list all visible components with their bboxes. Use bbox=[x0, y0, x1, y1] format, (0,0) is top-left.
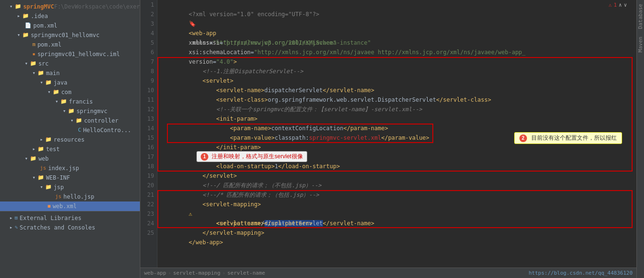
sidebar-item-external-libs[interactable]: ▸ ⊞ External Libraries bbox=[0, 213, 140, 223]
sidebar-item-web[interactable]: ▾ 📁 web bbox=[0, 154, 140, 163]
expand-arrow-icon: ▸ bbox=[10, 223, 13, 232]
sidebar-item-label: resources bbox=[54, 135, 85, 144]
status-bar: web-app › servlet-mapping › servlet-name… bbox=[140, 268, 636, 278]
project-sidebar: ▾ 📁 springMVC F:\DevWorkspace\code\exerc… bbox=[0, 0, 140, 278]
sidebar-item-webxml[interactable]: ◼ web.xml bbox=[0, 201, 140, 211]
sidebar-item-springmvc01[interactable]: ▾ 📁 springmvc01_hellomvc bbox=[0, 30, 140, 40]
folder-icon: 📁 bbox=[22, 31, 29, 39]
jsp-icon: js bbox=[40, 164, 46, 173]
sidebar-item-scratches[interactable]: ▸ ✎ Scratches and Consoles bbox=[0, 223, 140, 232]
sidebar-item-test[interactable]: ▸ 📁 test bbox=[0, 144, 140, 154]
editor-area: ⚠ 1 ∧ ∨ 12345 678910 1112131415 16171819… bbox=[140, 0, 636, 278]
expand-arrow-icon: ▸ bbox=[10, 214, 13, 222]
jsp-icon: js bbox=[55, 192, 61, 201]
sidebar-item-main[interactable]: ▾ 📁 main bbox=[0, 68, 140, 78]
sidebar-item-hellojsp[interactable]: js hello.jsp bbox=[0, 192, 140, 201]
sidebar-item-label: springMVC bbox=[23, 2, 54, 11]
sidebar-item-label: pom.xml bbox=[38, 40, 62, 49]
expand-arrow-icon: ▾ bbox=[40, 78, 43, 87]
breadcrumb-part-1: web-app bbox=[144, 270, 166, 276]
sidebar-item-java[interactable]: ▾ 📁 java bbox=[0, 78, 140, 87]
sidebar-item-label: com bbox=[61, 88, 72, 96]
code-line-23: <url-pattern>/</url-pattern> bbox=[161, 209, 633, 219]
line-numbers: 12345 678910 1112131415 1617181920 21222… bbox=[140, 0, 157, 268]
folder-icon: 📁 bbox=[38, 173, 44, 182]
code-line-18: </servlet> bbox=[161, 162, 633, 171]
balloon-number-2: 2 bbox=[519, 134, 527, 142]
sidebar-item-src[interactable]: ▾ 📁 src bbox=[0, 59, 140, 68]
folder-icon: 📁 bbox=[45, 78, 52, 87]
folder-icon: 📁 bbox=[38, 145, 44, 153]
code-line-20: <!--/* 匹配所有的请求；（包括.jsp）--> bbox=[161, 181, 633, 190]
sidebar-item-indexjsp[interactable]: js index.jsp bbox=[0, 163, 140, 173]
expand-arrow-icon: ▸ bbox=[40, 135, 43, 144]
code-line-24: </servlet-mapping> bbox=[161, 219, 633, 228]
sidebar-item-springmvc-pkg[interactable]: ▾ 📁 springmvc bbox=[0, 106, 140, 116]
sidebar-item-label: test bbox=[46, 145, 60, 153]
error-nav-up[interactable]: ∧ bbox=[619, 2, 622, 8]
folder-icon: 📁 bbox=[60, 97, 67, 106]
sidebar-path-label: F:\DevWorkspace\code\exerc bbox=[54, 2, 140, 11]
sidebar-item-WEBINF[interactable]: ▾ 📁 WEB-INF bbox=[0, 173, 140, 182]
sidebar-item-idea[interactable]: ▸ 📁 .idea bbox=[0, 11, 140, 21]
code-line-16: <!--启动级别-1--> bbox=[161, 143, 633, 152]
expand-arrow-icon: ▾ bbox=[25, 59, 28, 68]
sidebar-item-francis[interactable]: ▾ 📁 francis bbox=[0, 97, 140, 106]
expand-arrow-icon: ▸ bbox=[32, 145, 36, 153]
code-line-3: xmlns:xsi="http://www.w3.org/2001/XMLSch… bbox=[161, 19, 633, 29]
sidebar-item-label: WEB-INF bbox=[46, 173, 70, 182]
project-tree: ▾ 📁 springMVC F:\DevWorkspace\code\exerc… bbox=[0, 0, 140, 278]
code-line-7: <!--1.注册DispatcherServlet--> bbox=[161, 57, 633, 67]
error-indicator: ⚠ 1 ∧ ∨ bbox=[609, 2, 627, 8]
sidebar-item-pom-root[interactable]: 📄 pom.xml bbox=[0, 21, 140, 30]
database-tab[interactable]: Database bbox=[637, 4, 644, 29]
sidebar-item-label: springmvc01_hellomvc bbox=[31, 31, 100, 39]
expand-arrow-icon: ▾ bbox=[40, 183, 43, 192]
expand-arrow-icon: ▾ bbox=[48, 88, 51, 96]
code-line-2: 🔖 <web-app xmlns="http://xmlns.jcp.org/x… bbox=[161, 10, 633, 19]
sidebar-item-label: francis bbox=[69, 97, 93, 106]
sidebar-item-springMVC[interactable]: ▾ 📁 springMVC F:\DevWorkspace\code\exerc bbox=[0, 2, 140, 11]
sidebar-item-jsp-folder[interactable]: ▾ 📁 jsp bbox=[0, 182, 140, 192]
code-line-1: <?xml version="1.0" encoding="UTF-8"?> bbox=[161, 0, 633, 10]
xml-icon: 📄 bbox=[25, 21, 31, 30]
code-line-8: <servlet> bbox=[161, 67, 633, 76]
sidebar-item-label: web.xml bbox=[53, 202, 77, 211]
code-line-21: <servlet-mapping> bbox=[161, 190, 633, 200]
sidebar-item-resources[interactable]: ▸ 📁 resources bbox=[0, 135, 140, 144]
sidebar-item-HelloController[interactable]: C HelloContro... bbox=[0, 125, 140, 135]
balloon-text-1: 注册和映射，格式与原生servlet很像 bbox=[212, 153, 302, 160]
code-line-14: <param-value>classpath:springmvc-servlet… bbox=[161, 124, 633, 133]
sidebar-item-pom-inner[interactable]: m pom.xml bbox=[0, 40, 140, 49]
breadcrumb-part-2: servlet-mapping bbox=[173, 270, 220, 276]
expand-arrow-icon: ▾ bbox=[17, 31, 20, 39]
expand-arrow-icon: ▾ bbox=[55, 97, 59, 106]
sidebar-item-label: java bbox=[54, 78, 68, 87]
expand-arrow-icon: ▾ bbox=[70, 116, 74, 125]
sidebar-item-label: jsp bbox=[54, 183, 64, 192]
expand-arrow-icon: ▾ bbox=[25, 154, 28, 163]
breadcrumb-sep-1: › bbox=[168, 270, 171, 276]
expand-arrow-icon: ▾ bbox=[32, 173, 36, 182]
sidebar-item-label: springmvc01_hellomvc.iml bbox=[38, 50, 120, 58]
expand-arrow-icon: ▾ bbox=[32, 69, 36, 77]
sidebar-item-controller[interactable]: ▾ 📁 controller bbox=[0, 116, 140, 125]
folder-icon: 📁 bbox=[68, 107, 75, 115]
folder-icon: 📁 bbox=[76, 116, 82, 125]
sidebar-item-iml[interactable]: ▪ springmvc01_hellomvc.iml bbox=[0, 49, 140, 59]
sidebar-item-label: External Libraries bbox=[20, 214, 81, 222]
folder-icon: 📁 bbox=[15, 2, 21, 11]
folder-icon: 📁 bbox=[22, 12, 29, 20]
sidebar-item-com[interactable]: ▾ 📁 com bbox=[0, 87, 140, 97]
sidebar-item-label: web bbox=[39, 154, 49, 163]
sidebar-item-label: index.jsp bbox=[48, 164, 79, 173]
sidebar-item-label: HelloContro... bbox=[83, 126, 131, 134]
balloon-text-2: 目前没有这个配置文件，所以报红 bbox=[531, 134, 617, 141]
maven-tab[interactable]: Maven bbox=[637, 37, 644, 52]
status-url: https://blog.csdn.net/qq_44836120 bbox=[528, 270, 633, 276]
folder-icon: 📁 bbox=[45, 183, 52, 192]
code-line-25: </web-app> bbox=[161, 228, 633, 238]
error-nav-down[interactable]: ∨ bbox=[624, 2, 627, 8]
sidebar-bottom: ▸ ⊞ External Libraries ▸ ✎ Scratches and… bbox=[0, 211, 140, 234]
annotation-balloon-1: 1 注册和映射，格式与原生servlet很像 bbox=[196, 151, 307, 162]
